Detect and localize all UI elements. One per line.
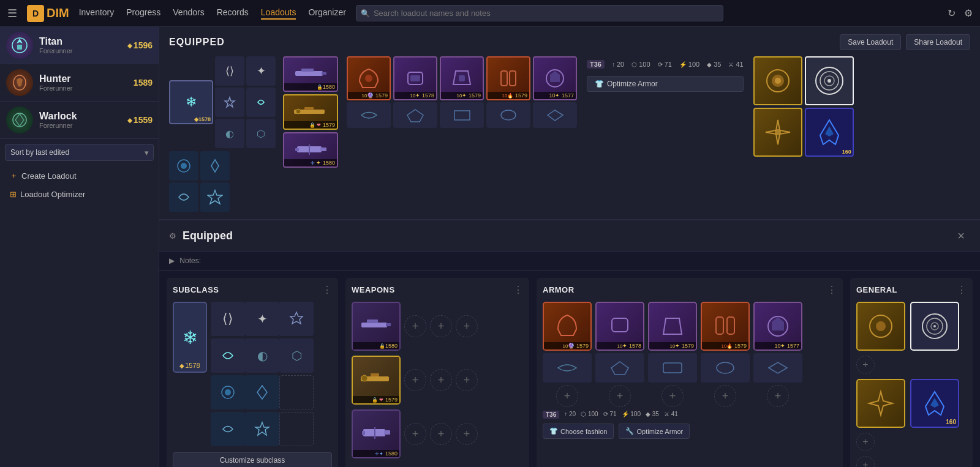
panel-gauntlets-mod[interactable] <box>595 353 644 383</box>
panel-helmet-mod[interactable] <box>543 353 592 383</box>
panel-chest-add[interactable]: + <box>662 385 684 407</box>
exotic-sword[interactable] <box>753 108 802 157</box>
panel-helmet-add[interactable]: + <box>556 385 578 407</box>
general-add-2-button[interactable]: + <box>856 433 875 451</box>
armor-legs-mod[interactable] <box>486 102 530 128</box>
subclass-extra-2[interactable] <box>200 182 230 212</box>
armor-helmet[interactable]: 10🔮 1579 <box>347 56 391 100</box>
weapon-main-1[interactable]: 🔒1580 <box>283 56 338 92</box>
weapon-main-2[interactable]: 🔒 ❤ 1579 <box>283 94 338 130</box>
subclass-panel-menu[interactable]: ⋮ <box>322 284 332 296</box>
panel-weapon-main-2[interactable]: 🔒 ❤ 1579 <box>352 356 401 405</box>
artifact-target[interactable] <box>805 56 854 105</box>
panel-frag-2[interactable] <box>245 412 279 446</box>
panel-armor-helmet[interactable]: 10🔮 1579 <box>543 302 592 351</box>
general-add-1-button[interactable]: + <box>856 356 875 374</box>
add-weapon-3-button[interactable]: + <box>404 423 426 445</box>
panel-ability-4[interactable] <box>211 338 245 373</box>
panel-ability-5[interactable]: ◐ <box>245 338 279 373</box>
settings-icon[interactable]: ⚙ <box>964 7 973 19</box>
ability-box-4[interactable] <box>246 88 276 117</box>
loadout-optimizer-button[interactable]: ⊞ Loadout Optimizer <box>5 185 154 203</box>
ability-box-1[interactable]: ⟨⟩ <box>215 56 244 86</box>
panel-frag-1[interactable] <box>211 412 245 446</box>
general-add-3-button[interactable]: + <box>856 456 875 467</box>
panel-gauntlets-add[interactable]: + <box>609 385 631 407</box>
general-ship[interactable]: 160 <box>910 379 959 428</box>
armor-gauntlets-mod[interactable] <box>393 102 437 128</box>
add-weapon-2-button[interactable]: + <box>404 369 426 391</box>
add-weapon-3b-button[interactable]: + <box>430 423 452 445</box>
armor-class[interactable]: 10✦ 1577 <box>533 56 577 100</box>
refresh-icon[interactable]: ↻ <box>948 7 956 19</box>
customize-subclass-button[interactable]: Customize subclass <box>173 452 332 467</box>
nav-inventory[interactable]: Inventory <box>79 7 115 20</box>
panel-subclass-main[interactable]: ❄ ◆ 1578 <box>173 302 207 373</box>
panel-aspect-1[interactable] <box>211 375 245 409</box>
add-weapon-1b-button[interactable]: + <box>430 315 452 337</box>
subclass-extra-1[interactable] <box>169 182 198 212</box>
panel-ability-2[interactable]: ✦ <box>245 302 279 336</box>
artifact-1[interactable] <box>753 56 802 105</box>
panel-aspect-empty[interactable] <box>279 375 314 409</box>
armor-class-mod[interactable] <box>533 102 577 128</box>
panel-chest-mod[interactable] <box>648 353 697 383</box>
nav-vendors[interactable]: Vendors <box>173 7 204 20</box>
ability-box-2[interactable]: ✦ <box>246 56 276 86</box>
armor-chest-mod[interactable] <box>440 102 484 128</box>
search-input[interactable] <box>356 5 723 21</box>
general-exotic-sword[interactable] <box>856 379 905 428</box>
panel-class-mod[interactable] <box>753 353 802 383</box>
subclass-aspect-1[interactable] <box>169 151 198 181</box>
panel-armor-chest[interactable]: 10✦ 1579 <box>648 302 697 351</box>
char-hunter[interactable]: Hunter Forerunner 1589 <box>0 64 159 102</box>
weapon-main-3[interactable]: ✛ ✦ 1580 <box>283 132 338 168</box>
armor-panel-menu[interactable]: ⋮ <box>827 284 837 296</box>
armor-helmet-mod[interactable] <box>347 102 391 128</box>
ability-box-5[interactable]: ◐ <box>215 119 244 148</box>
equipped-subclass-main[interactable]: ❄ ◆1578 <box>169 80 213 124</box>
char-titan[interactable]: Titan Forerunner ◆ 1596 <box>0 27 159 64</box>
hamburger-menu[interactable]: ☰ <box>7 7 17 20</box>
panel-ability-3[interactable] <box>279 302 314 336</box>
save-loadout-button[interactable]: Save Loadout <box>840 34 901 50</box>
panel-optimize-armor-button[interactable]: 🔧 Optimize Armor <box>619 424 690 439</box>
weapons-panel-menu[interactable]: ⋮ <box>513 284 523 296</box>
loadout-title-input[interactable] <box>183 230 550 242</box>
optimize-armor-equipped-button[interactable]: 👕 Optimize Armor <box>587 76 744 92</box>
panel-ability-1[interactable]: ⟨⟩ <box>211 302 245 336</box>
ability-box-3[interactable] <box>215 88 244 117</box>
armor-chest[interactable]: 10✦ 1579 <box>440 56 484 100</box>
loadout-notes[interactable]: ▶ Notes: <box>159 252 980 271</box>
panel-armor-legs[interactable]: 10🔥 1579 <box>701 302 750 351</box>
char-warlock[interactable]: Warlock Forerunner ◆ 1559 <box>0 102 159 139</box>
choose-fashion-button[interactable]: 👕 Choose fashion <box>543 424 614 439</box>
add-weapon-1-button[interactable]: + <box>404 315 426 337</box>
add-weapon-2c-button[interactable]: + <box>456 369 478 391</box>
create-loadout-button[interactable]: ＋ Create Loadout <box>5 166 154 185</box>
add-weapon-1c-button[interactable]: + <box>456 315 478 337</box>
panel-legs-mod[interactable] <box>701 353 750 383</box>
armor-gauntlets[interactable]: 10✦ 1578 <box>393 56 437 100</box>
loadout-close-button[interactable]: × <box>952 226 970 245</box>
subclass-aspect-2[interactable] <box>200 151 230 181</box>
exotic-ship[interactable]: 160 <box>805 108 854 157</box>
armor-legs[interactable]: 10🔥 1579 <box>486 56 530 100</box>
panel-aspect-2[interactable] <box>245 375 279 409</box>
add-weapon-2b-button[interactable]: + <box>430 369 452 391</box>
panel-weapon-main-1[interactable]: 🔒1580 <box>352 302 401 351</box>
panel-weapon-main-3[interactable]: ✛✦ 1580 <box>352 409 401 458</box>
nav-records[interactable]: Records <box>217 7 249 20</box>
panel-legs-add[interactable]: + <box>714 385 736 407</box>
panel-class-add[interactable]: + <box>767 385 789 407</box>
general-artifact[interactable] <box>856 302 905 351</box>
panel-ability-6[interactable]: ⬡ <box>279 338 314 373</box>
panel-armor-gauntlets[interactable]: 10✦ 1578 <box>595 302 644 351</box>
nav-loadouts[interactable]: Loadouts <box>261 7 296 20</box>
nav-progress[interactable]: Progress <box>126 7 160 20</box>
ability-box-6[interactable]: ⬡ <box>246 119 276 148</box>
general-panel-menu[interactable]: ⋮ <box>957 284 967 296</box>
sort-select[interactable]: Sort by last edited <box>5 144 154 161</box>
add-weapon-3c-button[interactable]: + <box>456 423 478 445</box>
nav-organizer[interactable]: Organizer <box>308 7 345 20</box>
